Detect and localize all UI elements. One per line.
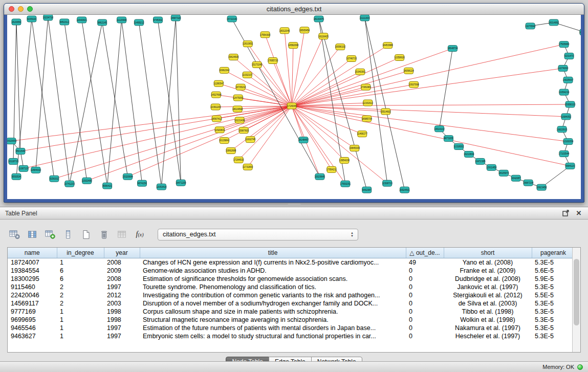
column-header-year[interactable]: year [104,248,140,258]
table-select[interactable]: citations_edges.txt ▲▼ [158,229,358,240]
network-node[interactable]: 10937998 [408,81,419,87]
cell-year[interactable]: 2012 [104,291,140,299]
cell-title[interactable]: Estimation of the future numbers of pati… [140,324,406,332]
network-node[interactable]: 12274063 [558,65,569,71]
network-node[interactable]: 16845309 [350,145,360,151]
network-edge[interactable] [36,17,48,170]
network-edge[interactable] [176,18,181,183]
cell-title[interactable]: Corpus callosum shape and size in male p… [140,308,406,316]
network-node[interactable]: 12911450 [486,164,497,170]
network-node[interactable]: 12610651 [243,41,253,47]
scrollbar-thumb[interactable] [574,259,579,325]
network-node[interactable]: 9156302 [50,176,59,182]
cell-title[interactable]: Investigating the contribution of common… [140,291,406,299]
cell-out_degree[interactable]: 0 [406,316,444,324]
network-edge[interactable] [292,49,452,106]
network-node[interactable]: 18098224 [403,68,414,74]
network-edge[interactable] [20,106,292,151]
network-edge[interactable] [32,19,54,179]
cell-name[interactable]: 9777169 [8,308,57,316]
network-node[interactable]: 9745302 [153,17,162,23]
cell-short[interactable]: Hescheler et al. (1997) [444,332,532,340]
cell-pagerank[interactable]: 5.3E-5 [532,299,575,308]
network-node[interactable]: 10499212 [134,19,144,26]
network-node[interactable]: 11032107 [242,72,253,78]
network-node[interactable]: 10391209 [210,104,221,110]
network-node[interactable]: 20620659 [7,138,17,144]
network-node[interactable]: 17505880 [559,41,570,48]
new-file-icon[interactable] [79,228,93,241]
cell-year[interactable]: 2003 [104,299,140,308]
network-edge[interactable] [292,106,367,119]
network-node[interactable]: 11468277 [357,131,368,137]
network-node[interactable]: 12920831 [214,127,225,133]
table-row[interactable]: 969969511998Structural magnetic resonanc… [8,316,575,324]
cell-in_degree[interactable]: 2 [57,291,104,299]
network-node[interactable]: 1724046 [287,103,296,109]
cell-title[interactable]: Genome-wide association studies in ADHD. [140,267,406,275]
network-node[interactable]: 14527698 [211,92,222,98]
cell-short[interactable]: Tibbo et al. (1998) [444,308,532,316]
network-node[interactable]: 9874156 [138,180,147,186]
network-edge[interactable] [239,106,292,120]
network-node[interactable]: 10118723 [8,158,19,164]
cell-year[interactable]: 2008 [104,275,140,283]
network-node[interactable]: 2620659 [12,19,21,25]
network-edge[interactable] [219,83,292,106]
table-row[interactable]: 1456911722003Disruption of a novel membe… [8,299,575,308]
network-edge[interactable] [439,49,452,129]
network-edge[interactable] [16,22,20,151]
cell-pagerank[interactable]: 5.6E-5 [532,267,575,275]
network-node[interactable]: 14582098 [288,42,299,49]
cell-name[interactable]: 9463627 [8,332,57,340]
network-node[interactable]: 13954208 [339,157,350,163]
network-node[interactable]: 12053414 [156,184,167,190]
network-node[interactable]: 12684010 [31,167,41,173]
network-node[interactable]: 11120998 [117,17,127,23]
network-edge[interactable] [292,30,304,106]
cell-short[interactable]: Wolkin et al. (1998) [444,316,532,324]
table-row[interactable]: 946362711997Embryonic stem cells: a mode… [8,332,575,340]
network-node[interactable]: 9462387 [362,187,372,193]
column-header-out_degree[interactable]: △ out_de... [406,248,444,258]
network-node[interactable]: 18148457 [298,137,309,143]
function-builder-icon[interactable]: f(x) [133,228,147,241]
network-node[interactable]: 12358620 [394,55,405,61]
cell-year[interactable]: 2008 [104,258,140,267]
network-node[interactable]: 18567412 [211,116,222,122]
cell-pagerank[interactable]: 5.5E-5 [532,291,575,299]
network-node[interactable]: 18024590 [232,106,243,112]
network-node[interactable]: 10862688 [226,148,236,154]
cell-out_degree[interactable]: 0 [406,267,444,275]
cell-pagerank[interactable]: 5.3E-5 [532,283,575,291]
column-header-pagerank[interactable]: pagerank [532,248,575,258]
cell-short[interactable]: Stergiakouli et al. (2012) [444,291,532,299]
cell-title[interactable]: Estimation of significance thresholds fo… [140,275,406,283]
cell-year[interactable]: 1997 [104,324,140,332]
cell-pagerank[interactable]: 5.3E-5 [532,324,575,332]
cell-name[interactable]: 9699695 [8,316,57,324]
network-node[interactable]: 19565454 [299,27,310,33]
network-node[interactable]: 10741203 [64,181,75,187]
network-edge[interactable] [241,87,292,106]
cell-out_degree[interactable]: 0 [406,332,444,340]
network-edge[interactable] [11,106,292,141]
minimize-window-button[interactable] [18,6,24,12]
network-node[interactable]: 9673205 [444,136,453,142]
table-row[interactable]: 977716911998Corpus callosum shape and si… [8,308,575,316]
network-node[interactable]: 10472385 [475,158,486,164]
network-node[interactable]: 9862145 [98,19,107,26]
cell-pagerank[interactable]: 5.3E-5 [532,258,575,267]
memory-indicator-icon[interactable] [577,364,583,370]
network-node[interactable]: 10587213 [579,29,581,35]
network-node[interactable]: 10221436 [234,117,245,123]
network-edge[interactable] [285,31,292,106]
network-edge[interactable] [292,46,293,106]
network-node[interactable]: 10354219 [559,89,570,95]
cell-title[interactable]: Embryonic stem cells: a model to study s… [140,332,406,340]
cell-in_degree[interactable]: 2 [57,299,104,308]
network-node[interactable]: 17693251 [340,181,351,187]
cell-out_degree[interactable]: 0 [406,283,444,291]
network-canvas[interactable]: 1724046183120451755430012610651158245091… [7,15,581,199]
network-edge[interactable] [541,166,570,187]
